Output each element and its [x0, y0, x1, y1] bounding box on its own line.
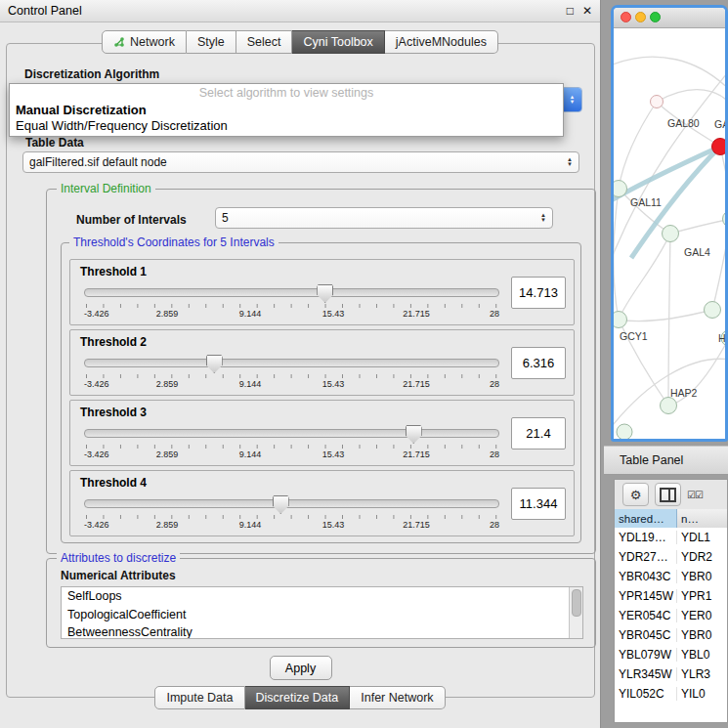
tab-cyni-toolbox-label: Cyni Toolbox — [303, 35, 372, 49]
tab-cyni-toolbox[interactable]: Cyni Toolbox — [292, 30, 384, 54]
select-columns-icon[interactable]: ☑☑ — [687, 490, 703, 500]
column-header-name[interactable]: n… — [677, 509, 727, 528]
table-row[interactable]: YER054CYER0 — [615, 606, 727, 625]
list-item-selfloops[interactable]: SelfLoops — [62, 587, 582, 606]
columns-icon — [660, 488, 676, 502]
slider-track[interactable] — [84, 359, 499, 367]
tab-infer-network-label: Infer Network — [361, 691, 433, 705]
tick-label: 15.43 — [322, 520, 345, 530]
cell: YBR045C — [615, 628, 677, 642]
interval-definition-title: Interval Definition — [57, 182, 155, 195]
table-row[interactable]: YBR043CYBR0 — [615, 567, 727, 586]
cell: YIL052C — [615, 687, 677, 701]
node-bottom-left[interactable] — [617, 424, 632, 440]
node-selected-red[interactable] — [712, 139, 726, 155]
node-gal11[interactable] — [614, 181, 627, 197]
zoom-traffic-light[interactable] — [650, 12, 661, 22]
node-right-mid[interactable] — [705, 302, 721, 319]
tab-jactivemnodules[interactable]: jActiveMNodules — [385, 30, 498, 54]
threshold-2-slider: -3.426 2.859 9.144 15.43 21.715 28 — [84, 354, 499, 393]
stepper-icon: ▲ ▼ — [536, 213, 546, 223]
table-row[interactable]: YIL052CYIL0 — [615, 684, 727, 704]
slider-thumb[interactable] — [273, 495, 289, 514]
table-panel-titlebar: Table Panel — [604, 446, 728, 475]
threshold-4-value-field[interactable]: 11.344 — [511, 488, 566, 520]
node-label-gcy1: GCY1 — [620, 330, 648, 342]
threshold-2-value-field[interactable]: 6.316 — [511, 347, 566, 379]
tab-network[interactable]: Network — [102, 30, 187, 54]
cell: YDR27… — [615, 550, 677, 564]
table-data-value: galFiltered.sif default node — [29, 155, 563, 169]
node-gcy1[interactable] — [614, 312, 627, 328]
show-columns-button[interactable] — [655, 483, 681, 506]
close-window-icon[interactable]: ✕ — [582, 4, 592, 18]
node-small-pink[interactable] — [651, 96, 664, 108]
dropdown-option-manual-discretization[interactable]: Manual Discretization — [10, 103, 563, 118]
table-row[interactable]: YPR145WYPR1 — [615, 586, 727, 606]
scrollbar-thumb[interactable] — [572, 589, 581, 617]
tick-label: 2.859 — [156, 309, 179, 319]
node-label-ga-partial: GA — [714, 118, 725, 130]
tick-label: 2.859 — [156, 520, 179, 530]
tab-impute-data[interactable]: Impute Data — [154, 686, 244, 709]
table-row[interactable]: YBR045CYBR0 — [615, 625, 727, 645]
tick-label: 28 — [490, 520, 499, 530]
tab-infer-network[interactable]: Infer Network — [350, 686, 445, 709]
slider-thumb[interactable] — [206, 355, 223, 373]
tick-label: 9.144 — [239, 520, 262, 530]
list-item-topologicalcoefficient[interactable]: TopologicalCoefficient — [62, 606, 582, 624]
cell: YBR043C — [615, 570, 677, 583]
tab-network-label: Network — [130, 35, 175, 49]
threshold-2-panel: Threshold 2 -3.426 2.859 9.144 15.43 21.… — [69, 329, 575, 396]
slider-thumb[interactable] — [317, 284, 333, 303]
threshold-3-panel: Threshold 3 -3.426 2.859 9.144 15.43 21.… — [69, 400, 575, 466]
node-edge-right[interactable] — [723, 211, 726, 228]
slider-track[interactable] — [84, 429, 499, 438]
tick-label: 21.715 — [403, 309, 430, 319]
slider-track[interactable] — [84, 288, 499, 297]
network-view-window: GAL80 GA GAL11 GAL4 GCY1 H HAP2 — [611, 5, 728, 442]
slider-thumb[interactable] — [406, 425, 422, 444]
dropdown-option-equal-width[interactable]: Equal Width/Frequency Discretization — [10, 118, 563, 134]
stepper-down-icon: ▼ — [540, 218, 546, 223]
thresholds-group-title: Threshold's Coordinates for 5 Intervals — [69, 236, 278, 249]
apply-button[interactable]: Apply — [270, 656, 332, 680]
node-gal4[interactable] — [663, 226, 679, 242]
table-settings-button[interactable]: ⚙ — [622, 483, 649, 506]
dropdown-placeholder: Select algorithm to view settings — [10, 84, 563, 103]
column-header-shared-name[interactable]: shared… — [615, 509, 677, 528]
float-window-icon[interactable]: □ — [567, 4, 574, 18]
table-row[interactable]: YLR345WYLR3 — [615, 664, 727, 684]
table-row[interactable]: YBL079WYBL0 — [615, 645, 727, 664]
close-traffic-light[interactable] — [621, 12, 631, 22]
tab-select[interactable]: Select — [236, 30, 293, 54]
tick-label: 15.43 — [322, 379, 345, 389]
threshold-1-value-field[interactable]: 14.713 — [511, 277, 566, 309]
threshold-3-label: Threshold 3 — [80, 406, 147, 419]
threshold-3-value-field[interactable]: 21.4 — [511, 417, 566, 450]
tab-style[interactable]: Style — [187, 30, 236, 54]
cell: YBL079W — [615, 648, 677, 662]
tab-discretize-data[interactable]: Discretize Data — [245, 686, 351, 709]
table-body: YDL19…YDL1 YDR27…YDR2 YBR043CYBR0 YPR145… — [615, 528, 727, 722]
threshold-4-slider: -3.426 2.859 9.144 15.43 21.715 28 — [84, 494, 499, 534]
attributes-scrollbar[interactable] — [569, 587, 582, 638]
table-row[interactable]: YDR27…YDR2 — [615, 547, 727, 567]
slider-tick-labels: -3.426 2.859 9.144 15.43 21.715 28 — [84, 379, 499, 390]
slider-track[interactable] — [84, 499, 499, 508]
network-canvas[interactable]: GAL80 GA GAL11 GAL4 GCY1 H HAP2 — [614, 28, 725, 440]
cell: YDL1 — [677, 531, 727, 544]
table-data-select[interactable]: galFiltered.sif default node ▲ ▼ — [22, 151, 579, 173]
cell: YER0 — [677, 609, 727, 622]
cell: YBR0 — [677, 570, 727, 583]
list-item-betweennesscentrality[interactable]: BetweennessCentrality — [62, 623, 582, 639]
cell: YER054C — [615, 609, 677, 622]
number-of-intervals-select[interactable]: 5 ▲ ▼ — [215, 207, 553, 229]
tick-label: 9.144 — [239, 309, 262, 319]
threshold-4-panel: Threshold 4 -3.426 2.859 9.144 15.43 21.… — [69, 470, 575, 536]
tab-discretize-data-label: Discretize Data — [256, 691, 339, 705]
cyni-toolbox-panel: Discretization Algorithm ▲ ▼ Select algo… — [6, 43, 595, 698]
node-hap2[interactable] — [661, 398, 677, 414]
minimize-traffic-light[interactable] — [635, 12, 646, 22]
table-row[interactable]: YDL19…YDL1 — [615, 528, 727, 547]
